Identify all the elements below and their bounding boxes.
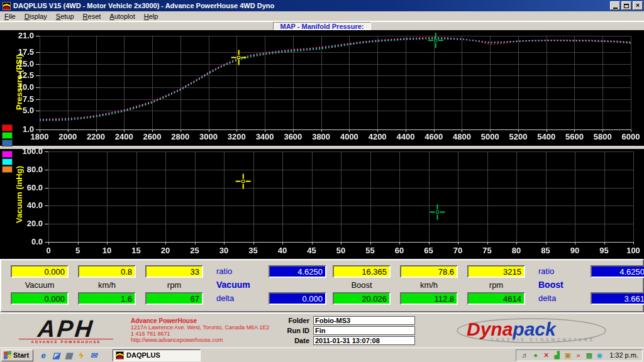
calculator-icon[interactable]: ▦: [64, 350, 74, 360]
daqplus-task-button[interactable]: DAQPLUS: [113, 349, 201, 361]
vacuum-column-label: Vacuum: [11, 280, 69, 290]
boost-readout-group: 16.365 78.6 3215 ratio 4.6250 Boost km/h…: [323, 260, 644, 311]
app-icon: [3, 2, 11, 10]
boost-rpm-cursor-value: 3215: [467, 265, 525, 278]
window-title: DAQPLUS V15 (4WD - Motor Vehicle 2x3000)…: [13, 2, 610, 9]
aph-logo-text: APH: [18, 317, 114, 340]
menu-autoplot[interactable]: Autoplot: [105, 12, 139, 21]
speed-cursor2-value: 1.6: [78, 292, 136, 305]
vacuum-cursor-value: 0.000: [11, 265, 69, 278]
boost-delta-label: delta: [535, 292, 581, 305]
address-line: 1217A Lawrence Ave. West, Toronto, Canad…: [131, 324, 275, 331]
channel-color-swatch: [2, 124, 13, 131]
boost-speed-cursor2-value: 112.8: [400, 292, 458, 305]
media-player-icon[interactable]: ϟ: [76, 350, 86, 360]
ratio-label: ratio: [213, 265, 259, 278]
signal-icon[interactable]: ▟: [552, 351, 562, 360]
info-bar: APH ADVANCE POWERHOUSE Advance PowerHous…: [0, 312, 644, 348]
boost-cursor-value: 16.365: [333, 265, 391, 278]
svg-text:Dynapack: Dynapack: [467, 319, 557, 339]
ratio-value: 4.6250: [269, 265, 326, 278]
delta-label: delta: [213, 292, 259, 305]
boost-ratio-label: ratio: [535, 265, 581, 278]
chart-header-box: MAP - Manifold Pressure:: [273, 22, 370, 30]
start-label: Start: [13, 351, 29, 359]
app-window: DAQPLUS V15 (4WD - Motor Vehicle 2x3000)…: [0, 0, 644, 362]
run-id-field[interactable]: Fin: [313, 326, 415, 335]
menu-reset[interactable]: Reset: [79, 12, 106, 21]
windows-flag-icon: [4, 351, 11, 359]
readout-panel: 0.000 0.8 33 ratio 4.6250 Vacuum km/h rp…: [0, 259, 644, 312]
boost-ratio-value: 4.6250: [591, 265, 644, 278]
kmh-column-label: km/h: [78, 280, 136, 290]
channel-color-swatch: [2, 158, 13, 165]
grid-icon[interactable]: ▩: [584, 351, 594, 360]
menu-setup[interactable]: Setup: [52, 12, 79, 21]
folder-field[interactable]: Fobio-MS3: [313, 316, 415, 325]
rpm-cursor-value: 33: [145, 265, 203, 278]
address-line: Advance PowerHouse: [131, 318, 275, 324]
package-icon[interactable]: ▣: [563, 351, 572, 360]
vacuum-cursor2-value: 0.000: [11, 292, 69, 305]
rpm-cursor2-value: 67: [145, 292, 203, 305]
volume-icon[interactable]: ♬: [520, 351, 530, 360]
vacuum-readout-group: 0.000 0.8 33 ratio 4.6250 Vacuum km/h rp…: [1, 260, 323, 311]
menu-bar: FileDisplaySetupResetAutoplotHelp: [0, 11, 644, 21]
daqplus-task-label: DAQPLUS: [126, 351, 160, 359]
ie-icon[interactable]: e: [38, 350, 48, 360]
channel-color-swatch: [2, 151, 13, 158]
folder-label: Folder: [279, 317, 309, 324]
run-id-label: Run ID: [279, 327, 309, 334]
channel-color-swatch: [2, 166, 13, 173]
group-label-vacuum: Vacuum: [213, 280, 326, 290]
taskbar-clock[interactable]: 1:32 p.m.: [609, 351, 638, 359]
skype-icon[interactable]: ◉: [595, 351, 604, 360]
rpm-column-label: rpm: [145, 280, 203, 290]
mail-icon[interactable]: ✉: [89, 350, 99, 360]
dynapack-logo: Dynapack CHASSIS DYNAMOMETERS: [453, 316, 610, 345]
quick-launch-bar: e◪▦ϟ✉: [38, 350, 99, 360]
menu-display[interactable]: Display: [20, 12, 52, 21]
title-bar: DAQPLUS V15 (4WD - Motor Vehicle 2x3000)…: [0, 0, 644, 11]
boost-rpm-column-label: rpm: [467, 280, 525, 290]
boost-column-label: Boost: [333, 280, 391, 290]
restore-button[interactable]: [621, 1, 631, 10]
dyno-charts-canvas[interactable]: [0, 30, 644, 259]
date-field[interactable]: 2011-01-31 13:07:08: [313, 336, 415, 345]
group-label-boost: Boost: [535, 280, 644, 290]
address-line: 1 416 781 8671: [131, 331, 275, 337]
svg-text:CHASSIS DYNAMOMETERS: CHASSIS DYNAMOMETERS: [491, 337, 595, 342]
boost-cursor2-value: 20.026: [333, 292, 391, 305]
chart-region: Pressure (PSI) Vacuum (inHg): [0, 30, 644, 259]
menu-file[interactable]: File: [0, 12, 20, 21]
chart-header-strip: MAP - Manifold Pressure:: [0, 21, 644, 30]
channel-color-swatch: [2, 140, 13, 146]
system-tray: ♬●✕▟▣»▩◉ 1:32 p.m.: [516, 349, 643, 361]
run-info-fields: Folder Fobio-MS3 Run ID Fin Date 2011-01…: [279, 316, 415, 345]
address-link[interactable]: http://www.advancepowerhouse.com: [131, 337, 275, 343]
aph-logo: APH ADVANCE POWERHOUSE: [19, 317, 113, 344]
minimize-button[interactable]: [610, 1, 620, 10]
boost-kmh-column-label: km/h: [400, 280, 458, 290]
close-button[interactable]: ×: [633, 1, 643, 10]
boost-speed-cursor-value: 78.6: [400, 265, 458, 278]
channel-color-swatch: [2, 132, 13, 139]
desktop-icon[interactable]: ◪: [51, 350, 61, 360]
start-button[interactable]: Start: [1, 349, 33, 361]
delta-value: 0.000: [269, 292, 326, 305]
boost-delta-value: 3.661: [591, 292, 644, 305]
network-error-icon[interactable]: ✕: [541, 351, 551, 360]
date-label: Date: [279, 337, 309, 344]
daqplus-app-icon: [116, 351, 124, 359]
fast-arrows-icon[interactable]: »: [574, 351, 583, 360]
speed-cursor-value: 0.8: [78, 265, 136, 278]
shop-address: Advance PowerHouse 1217A Lawrence Ave. W…: [131, 318, 275, 343]
menu-help[interactable]: Help: [140, 12, 163, 21]
taskbar: Start e◪▦ϟ✉ DAQPLUS ♬●✕▟▣»▩◉ 1:32 p.m.: [0, 348, 644, 362]
boost-rpm-cursor2-value: 4614: [467, 292, 525, 305]
chart-header-label: MAP - Manifold Pressure:: [280, 23, 364, 30]
messenger-icon[interactable]: ●: [531, 351, 540, 360]
